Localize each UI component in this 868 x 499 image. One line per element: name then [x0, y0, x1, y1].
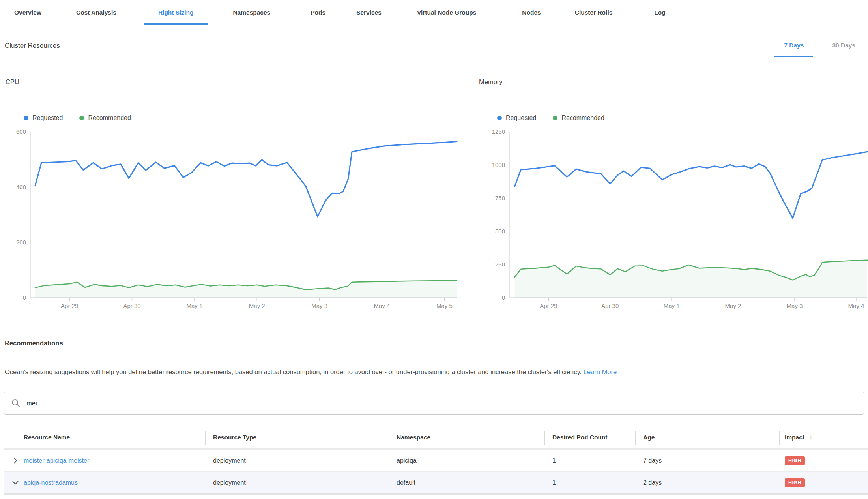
recommendations-title: Recommendations: [5, 340, 63, 347]
range-tab-30-days[interactable]: 30 Days: [823, 39, 865, 57]
column-header-impact[interactable]: Impact↓: [779, 427, 868, 448]
recommendations-table: Resource NameResource TypeNamespaceDesir…: [4, 427, 868, 495]
y-tick-label: 200: [6, 239, 26, 246]
cpu-recommended-area: [35, 280, 457, 298]
range-tabs: 7 Days30 Days: [774, 39, 865, 57]
table-row[interactable]: apiqa-nostradamusdeploymentdefault12 day…: [4, 472, 868, 495]
memory-chart: Memory RequestedRecommended Apr 29Apr 30…: [477, 75, 868, 317]
resource-name-link[interactable]: apiqa-nostradamus: [24, 479, 78, 486]
x-tick-label: Apr 29: [531, 302, 566, 309]
arrow-down-icon[interactable]: ↓: [809, 433, 813, 441]
tab-log[interactable]: Log: [640, 0, 679, 25]
column-header-label: Namespace: [397, 434, 430, 441]
chevron-right-icon[interactable]: [11, 456, 20, 465]
range-tab-7-days[interactable]: 7 Days: [774, 39, 813, 57]
y-tick-label: 1250: [479, 128, 505, 135]
desired-pod-count-cell: 1: [544, 450, 635, 471]
column-header-label: Desired Pod Count: [552, 434, 608, 441]
x-tick-label: Apr 30: [114, 302, 150, 309]
legend-dot-requested: [24, 116, 28, 120]
memory-plot-svg: [477, 126, 868, 312]
recommendations-description: Ocean's resizing suggestions will help y…: [5, 367, 617, 377]
memory-requested-line: [515, 152, 868, 218]
impact-cell: HIGH: [779, 472, 868, 493]
tab-pods[interactable]: Pods: [296, 0, 340, 25]
description-text: Ocean's resizing suggestions will help y…: [5, 368, 582, 375]
x-tick-label: May 4: [838, 302, 868, 309]
age-cell: 7 days: [635, 450, 779, 471]
learn-more-link[interactable]: Learn More: [584, 368, 617, 375]
column-header-resource-type[interactable]: Resource Type: [205, 427, 389, 448]
column-header-label: Resource Name: [24, 434, 70, 441]
search-box[interactable]: [4, 392, 864, 415]
resource-name-link[interactable]: meister-apiciqa-meister: [24, 457, 89, 464]
column-header-label: Impact: [785, 434, 804, 441]
legend-label: Requested: [506, 114, 536, 122]
table-row[interactable]: meister-apiciqa-meisterdeploymentapiciqa…: [4, 450, 868, 472]
legend-item-recommended[interactable]: Recommended: [553, 114, 604, 122]
tab-nodes[interactable]: Nodes: [508, 0, 555, 25]
tab-cluster-rolls[interactable]: Cluster Rolls: [561, 0, 627, 25]
legend-item-requested[interactable]: Requested: [497, 114, 536, 122]
y-tick-label: 0: [6, 294, 26, 301]
legend-item-requested[interactable]: Requested: [24, 114, 63, 122]
tab-cost-analysis[interactable]: Cost Analysis: [62, 0, 131, 25]
tab-overview[interactable]: Overview: [0, 0, 56, 25]
legend-label: Recommended: [88, 114, 131, 122]
impact-badge: HIGH: [785, 478, 805, 487]
column-header-label: Resource Type: [213, 434, 256, 441]
legend-dot-requested: [497, 116, 502, 120]
legend-dot-recommended: [79, 116, 84, 120]
search-input[interactable]: [26, 400, 857, 407]
desired-pod-count-cell: 1: [544, 472, 635, 493]
namespace-cell: default: [389, 472, 544, 493]
column-header-desired-pod-count[interactable]: Desired Pod Count: [544, 427, 635, 448]
tab-right-sizing[interactable]: Right Sizing: [144, 0, 208, 25]
impact-cell: HIGH: [779, 450, 868, 471]
legend-dot-recommended: [553, 116, 557, 120]
column-header-resource-name[interactable]: Resource Name: [4, 427, 205, 448]
divider: [4, 90, 458, 90]
divider: [0, 358, 868, 358]
resource-name-cell: apiqa-nostradamus: [4, 472, 205, 493]
tab-services[interactable]: Services: [342, 0, 396, 25]
column-header-age[interactable]: Age: [635, 427, 779, 448]
x-tick-label: May 2: [715, 302, 751, 309]
memory-chart-title: Memory: [479, 78, 503, 86]
table-header-row: Resource NameResource TypeNamespaceDesir…: [4, 427, 868, 450]
x-tick-label: May 5: [427, 302, 462, 309]
namespace-cell: apiciqa: [389, 450, 544, 471]
y-tick-label: 0: [479, 294, 505, 301]
tab-bar: OverviewCost AnalysisRight SizingNamespa…: [0, 0, 868, 25]
cpu-legend: RequestedRecommended: [24, 114, 131, 122]
header-divider: [0, 58, 868, 58]
resource-type-cell: deployment: [205, 450, 389, 471]
cpu-plot-area: Apr 29Apr 30May 1May 2May 3May 4May 5020…: [4, 126, 458, 312]
legend-label: Requested: [32, 114, 63, 122]
search-icon: [11, 398, 21, 408]
cpu-requested-line: [35, 142, 457, 217]
x-tick-label: Apr 29: [52, 302, 87, 309]
y-tick-label: 750: [479, 195, 505, 201]
column-header-label: Age: [643, 434, 655, 441]
y-tick-label: 600: [6, 128, 26, 135]
x-tick-label: May 1: [654, 302, 689, 309]
table-body: meister-apiciqa-meisterdeploymentapiciqa…: [4, 450, 868, 495]
x-tick-label: May 3: [777, 302, 812, 309]
cluster-resources-title: Cluster Resources: [5, 42, 60, 50]
legend-item-recommended[interactable]: Recommended: [79, 114, 131, 122]
memory-legend: RequestedRecommended: [497, 114, 604, 122]
y-tick-label: 1000: [479, 161, 505, 168]
column-header-namespace[interactable]: Namespace: [389, 427, 544, 448]
tab-namespaces[interactable]: Namespaces: [219, 0, 284, 25]
cpu-chart-title: CPU: [6, 78, 19, 86]
legend-label: Recommended: [561, 114, 604, 122]
chevron-down-icon[interactable]: [11, 478, 20, 487]
tab-virtual-node-groups[interactable]: Virtual Node Groups: [403, 0, 490, 25]
cpu-chart: CPU RequestedRecommended Apr 29Apr 30May…: [4, 75, 458, 317]
y-tick-label: 250: [479, 261, 505, 268]
divider: [477, 90, 868, 90]
age-cell: 2 days: [635, 472, 779, 493]
resource-type-cell: deployment: [205, 472, 389, 493]
y-tick-label: 400: [6, 184, 26, 190]
